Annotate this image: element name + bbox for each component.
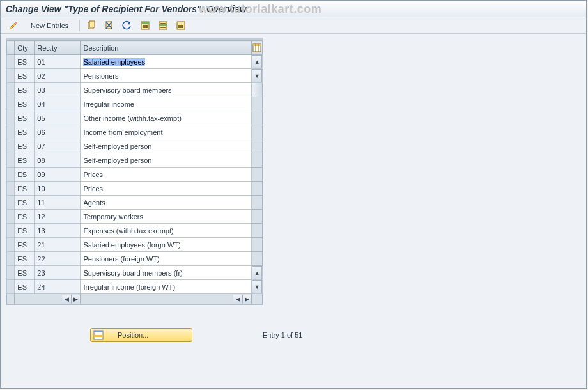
deselect-all-button[interactable] — [173, 19, 189, 32]
row-selector[interactable] — [7, 69, 15, 83]
hscroll-track-a[interactable]: ◀▶ — [15, 294, 81, 304]
cell-recty[interactable]: 23 — [35, 266, 81, 280]
cell-recty[interactable]: 11 — [35, 196, 81, 210]
undo-button[interactable] — [120, 19, 135, 32]
table-row[interactable]: ES02Pensioners▼ — [7, 69, 263, 83]
table-row[interactable]: ES10Prices — [7, 182, 263, 196]
table-row[interactable]: ES03Supervisory board members — [7, 83, 263, 97]
cell-recty[interactable]: 22 — [35, 252, 81, 266]
cell-cty[interactable]: ES — [15, 280, 35, 294]
cell-cty[interactable]: ES — [15, 153, 35, 168]
cell-description[interactable]: Pensioners — [81, 69, 252, 83]
cell-recty[interactable]: 08 — [35, 153, 81, 168]
table-row[interactable]: ES12Temporary workers — [7, 210, 263, 224]
cell-description[interactable]: Supervisory board members (fr) — [81, 266, 252, 280]
row-selector[interactable] — [7, 266, 15, 280]
row-selector[interactable] — [7, 97, 15, 111]
vscroll-track[interactable] — [252, 182, 263, 196]
table-row[interactable]: ES01Salaried employees▲ — [7, 55, 263, 69]
cell-cty[interactable]: ES — [15, 97, 35, 111]
cell-cty[interactable]: ES — [15, 238, 35, 252]
row-selector[interactable] — [7, 280, 15, 294]
row-selector[interactable] — [7, 210, 15, 224]
vscroll-track[interactable] — [252, 153, 263, 168]
scroll-down-button[interactable]: ▼ — [252, 280, 263, 294]
scroll-left-button-b[interactable]: ◀ — [233, 295, 242, 304]
cell-recty[interactable]: 03 — [35, 83, 81, 97]
cell-description[interactable]: Other income (withh.tax-exmpt) — [81, 111, 252, 125]
cell-recty[interactable]: 09 — [35, 168, 81, 182]
cell-description[interactable]: Expenses (withh.tax exempt) — [81, 224, 252, 238]
cell-cty[interactable]: ES — [15, 266, 35, 280]
col-cty[interactable]: Cty — [15, 41, 35, 55]
vscroll-track[interactable] — [252, 224, 263, 238]
cell-description[interactable]: Temporary workers — [81, 210, 252, 224]
scroll-right-button-b[interactable]: ▶ — [242, 295, 251, 304]
table-row[interactable]: ES23Supervisory board members (fr)▲ — [7, 266, 263, 280]
row-selector[interactable] — [7, 238, 15, 252]
cell-cty[interactable]: ES — [15, 55, 35, 69]
cell-recty[interactable]: 04 — [35, 97, 81, 111]
vscroll-track[interactable] — [252, 111, 263, 125]
hscroll-track-b[interactable]: ◀▶ — [81, 294, 252, 304]
cell-description[interactable]: Pensioners (foreign WT) — [81, 252, 252, 266]
cell-recty[interactable]: 21 — [35, 238, 81, 252]
table-row[interactable]: ES04Irregular income — [7, 97, 263, 111]
cell-recty[interactable]: 13 — [35, 224, 81, 238]
cell-description[interactable]: Prices — [81, 182, 252, 196]
select-block-button[interactable] — [155, 19, 171, 32]
configure-columns-button[interactable] — [252, 41, 263, 55]
select-all-header[interactable] — [7, 41, 15, 55]
cell-description[interactable]: Prices — [81, 168, 252, 182]
col-recty[interactable]: Rec.ty — [35, 41, 81, 55]
scroll-up-step-button[interactable]: ▲ — [252, 266, 263, 280]
vscroll-track[interactable] — [252, 210, 263, 224]
table-row[interactable]: ES13Expenses (withh.tax exempt) — [7, 224, 263, 238]
table-row[interactable]: ES06Income from employment — [7, 125, 263, 139]
cell-cty[interactable]: ES — [15, 252, 35, 266]
scroll-up-button[interactable]: ▲ — [252, 55, 263, 69]
cell-description[interactable]: Agents — [81, 196, 252, 210]
cell-description[interactable]: Salaried employees — [81, 55, 252, 69]
cell-cty[interactable]: ES — [15, 182, 35, 196]
vscroll-track[interactable] — [252, 238, 263, 252]
toggle-change-button[interactable] — [6, 19, 21, 32]
cell-description[interactable]: Irregular income — [81, 97, 252, 111]
vscroll-track[interactable] — [252, 168, 263, 182]
delete-button[interactable] — [102, 19, 117, 32]
cell-cty[interactable]: ES — [15, 224, 35, 238]
row-selector[interactable] — [7, 111, 15, 125]
vscroll-track[interactable] — [252, 139, 263, 153]
scroll-right-button[interactable]: ▶ — [71, 295, 80, 304]
table-row[interactable]: ES09Prices — [7, 168, 263, 182]
table-row[interactable]: ES21Salaried employees (forgn WT) — [7, 238, 263, 252]
table-row[interactable]: ES22Pensioners (foreign WT) — [7, 252, 263, 266]
cell-recty[interactable]: 05 — [35, 111, 81, 125]
cell-description[interactable]: Self-employed person — [81, 139, 252, 153]
cell-cty[interactable]: ES — [15, 111, 35, 125]
table-row[interactable]: ES24Irregular income (foreign WT)▼ — [7, 280, 263, 294]
scroll-left-button[interactable]: ◀ — [62, 295, 71, 304]
row-selector[interactable] — [7, 224, 15, 238]
position-button[interactable]: Position... — [90, 328, 192, 342]
cell-cty[interactable]: ES — [15, 69, 35, 83]
cell-recty[interactable]: 24 — [35, 280, 81, 294]
select-all-button[interactable] — [137, 19, 153, 32]
new-entries-button[interactable]: New Entries — [24, 19, 75, 32]
scroll-down-step-button[interactable]: ▼ — [252, 69, 263, 83]
row-selector[interactable] — [7, 252, 15, 266]
vscroll-track[interactable] — [252, 252, 263, 266]
row-selector[interactable] — [7, 55, 15, 69]
row-selector[interactable] — [7, 153, 15, 168]
cell-recty[interactable]: 02 — [35, 69, 81, 83]
table-row[interactable]: ES11Agents — [7, 196, 263, 210]
cell-recty[interactable]: 12 — [35, 210, 81, 224]
cell-cty[interactable]: ES — [15, 210, 35, 224]
cell-recty[interactable]: 07 — [35, 139, 81, 153]
row-selector[interactable] — [7, 125, 15, 139]
cell-cty[interactable]: ES — [15, 125, 35, 139]
vscroll-track[interactable] — [252, 97, 263, 111]
row-selector[interactable] — [7, 196, 15, 210]
cell-recty[interactable]: 06 — [35, 125, 81, 139]
cell-recty[interactable]: 10 — [35, 182, 81, 196]
